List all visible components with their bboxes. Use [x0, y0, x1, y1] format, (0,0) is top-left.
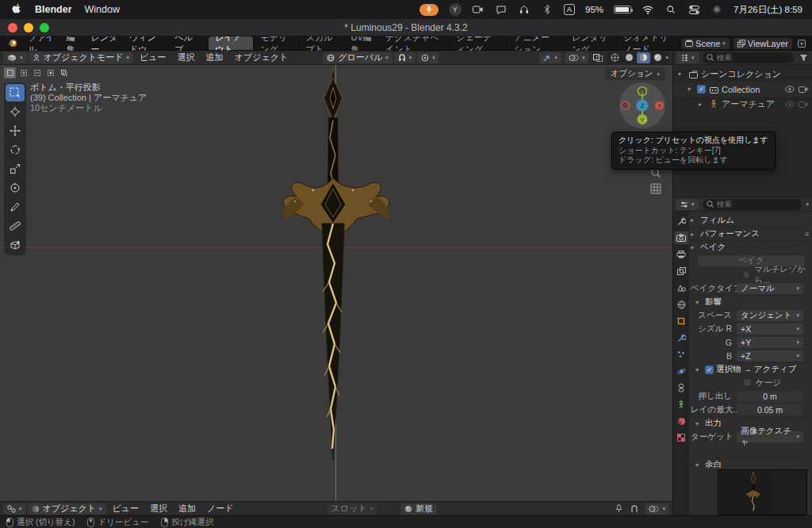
outliner-row-scene-collection[interactable]: ▾ シーンコレクション [673, 67, 812, 82]
outliner-search[interactable] [703, 52, 794, 63]
control-center-icon[interactable] [688, 3, 700, 16]
app-menu-window[interactable]: Window [85, 4, 120, 15]
workspace-tab-animation[interactable]: アニメーション [508, 36, 565, 50]
tab-scene[interactable] [674, 281, 688, 294]
select-mode-extend[interactable] [17, 67, 29, 78]
shader-overlay-toggle[interactable]: ▾ [645, 503, 669, 515]
workspace-tab-layout[interactable]: レイアウト [209, 36, 254, 50]
collection-enable-checkbox[interactable]: ✓ [697, 85, 706, 94]
scene-selector[interactable]: Scene▾ [681, 38, 730, 49]
mode-dropdown[interactable]: オブジェクトモード▾ [29, 52, 134, 63]
disable-render-camera-icon[interactable] [798, 84, 809, 95]
viewport-menu-view[interactable]: ビュー [135, 52, 171, 63]
panel-bake[interactable]: ▾ベイク [691, 240, 809, 254]
bake-type-dropdown[interactable]: ノーマル▾ [737, 283, 803, 294]
workspace-tab-texture-paint[interactable]: テクスチャペイント [379, 36, 450, 50]
properties-search-input[interactable] [703, 199, 802, 210]
bake-from-multires-checkbox[interactable] [743, 270, 750, 279]
shading-material-button[interactable] [637, 52, 650, 63]
menu-window[interactable]: ウィンドウ [124, 36, 169, 50]
viewport-menu-add[interactable]: 追加 [201, 52, 228, 63]
filter-icon[interactable] [798, 52, 809, 63]
properties-editor-type-button[interactable]: ▾ [676, 199, 699, 210]
chat-status-icon[interactable] [495, 3, 508, 16]
properties-search[interactable] [703, 199, 802, 210]
shader-menu-node[interactable]: ノード [202, 503, 239, 515]
outliner-row-collection[interactable]: ▾ ✓ Collection [673, 82, 812, 97]
tab-physics[interactable] [674, 365, 688, 377]
tab-modifiers[interactable] [674, 331, 688, 344]
select-mode-intersect[interactable] [58, 67, 70, 78]
shader-pin-icon[interactable] [613, 503, 624, 515]
target-dropdown[interactable]: 画像テクスチャ▾ [737, 431, 803, 442]
cursor-tool[interactable] [6, 103, 25, 121]
selected-to-active-checkbox[interactable]: ✓ [705, 365, 714, 374]
workspace-tab-rendering[interactable]: レンダリング [565, 36, 617, 50]
tab-particles[interactable] [674, 348, 688, 361]
tab-render[interactable] [674, 231, 688, 244]
swizzle-r-dropdown[interactable]: +X▾ [737, 323, 803, 335]
shader-snap-icon[interactable] [629, 503, 640, 515]
space-dropdown[interactable]: タンジェント▾ [737, 310, 803, 321]
outliner-row-armature[interactable]: ▸ アーマチュア [673, 97, 812, 112]
new-material-button[interactable]: 新規 [400, 503, 437, 515]
headset-status-icon[interactable] [518, 3, 530, 16]
menu-file[interactable]: ファイル [22, 36, 61, 50]
workspace-tab-uv[interactable]: UV編集 [345, 36, 380, 50]
armature-eye-icon[interactable] [784, 99, 795, 110]
viewport-ortho-grid-icon[interactable] [649, 182, 662, 195]
workspace-tab-geometry-nodes[interactable]: ジオメトリノード [617, 36, 681, 50]
tab-texture[interactable] [674, 431, 688, 444]
rotate-tool[interactable] [6, 141, 25, 159]
shader-menu-view[interactable]: ビュー [108, 503, 144, 515]
workspace-tab-modeling[interactable]: モデリング [254, 36, 299, 50]
annotate-tool[interactable] [6, 198, 25, 216]
shader-menu-select[interactable]: 選択 [145, 503, 172, 515]
shading-dropdown-arrow[interactable]: ▾ [665, 55, 668, 60]
workspace-tab-sculpting[interactable]: スカルプト [299, 36, 344, 50]
tab-world[interactable] [674, 298, 688, 311]
menubar-clock[interactable]: 7月26日(土) 8:59 [733, 4, 802, 16]
panel-performance[interactable]: ▸パフォーマンス ≡ [691, 227, 809, 240]
hide-viewport-eye-icon[interactable] [784, 84, 795, 95]
gizmos-toggle[interactable]: ▾ [539, 52, 561, 63]
shading-rendered-button[interactable] [651, 52, 665, 63]
armature-camera-icon[interactable] [798, 99, 809, 110]
render-preview-thumbnail[interactable] [718, 469, 807, 515]
tab-view-layer[interactable] [674, 265, 688, 277]
menubar-status-icon[interactable]: Y [449, 3, 462, 16]
shading-wireframe-button[interactable] [608, 52, 622, 63]
camera-status-icon[interactable] [472, 3, 485, 16]
tab-object[interactable] [674, 315, 688, 327]
bluetooth-icon[interactable] [541, 3, 553, 16]
tab-material[interactable] [674, 415, 688, 427]
outliner-editor-type-button[interactable]: ▾ [676, 52, 699, 63]
move-tool[interactable] [6, 122, 25, 140]
workspace-tab-shading[interactable]: シェーディング [450, 36, 508, 50]
swizzle-b-dropdown[interactable]: +Z▾ [737, 350, 803, 362]
transform-tool[interactable] [6, 179, 25, 197]
snap-toggle-button[interactable]: ▾ [394, 52, 416, 63]
swizzle-g-dropdown[interactable]: +Y▾ [737, 337, 803, 348]
mic-indicator-icon[interactable] [419, 4, 439, 16]
app-menu-blender[interactable]: Blender [35, 4, 72, 15]
tab-constraints[interactable] [674, 381, 688, 394]
navigation-gizmo[interactable]: X Z Y [619, 82, 666, 132]
wifi-icon[interactable] [642, 3, 654, 16]
menu-edit[interactable]: 編集 [61, 36, 86, 50]
xray-toggle[interactable] [592, 52, 604, 64]
spotlight-search-icon[interactable] [665, 3, 677, 16]
viewport-menu-select[interactable]: 選択 [173, 52, 200, 63]
select-mode-subtract[interactable] [31, 67, 43, 78]
scale-tool[interactable] [6, 160, 25, 178]
input-source-indicator[interactable]: A [564, 4, 575, 15]
battery-icon[interactable] [614, 6, 631, 13]
apple-menu-icon[interactable] [10, 3, 22, 16]
sword-model[interactable] [0, 65, 672, 501]
measure-tool[interactable] [6, 217, 25, 235]
editor-type-button[interactable]: ▾ [3, 52, 27, 63]
panel-influence[interactable]: ▾影響 [691, 295, 809, 308]
blender-logo-icon[interactable] [0, 36, 22, 50]
tab-output[interactable] [674, 248, 688, 261]
viewport-canvas[interactable]: ボトム・平行投影 (39) Collection | アーマチュア 10センチメ… [0, 65, 672, 501]
